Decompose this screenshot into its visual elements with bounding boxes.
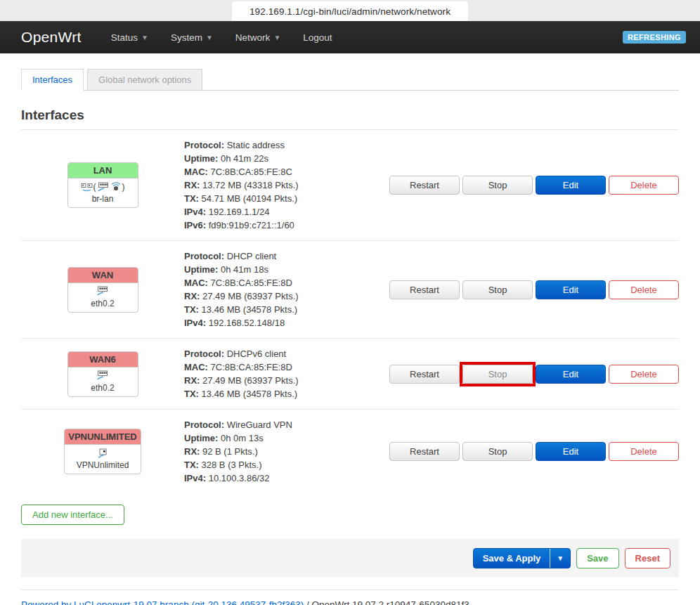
interface-detail-line: RX: 13.72 MB (43318 Pkts.) (184, 178, 389, 192)
delete-button[interactable]: Delete (609, 280, 679, 299)
interface-details: Protocol: DHCP clientUptime: 0h 41m 18sM… (184, 249, 389, 330)
interface-row: WAN eth0.2 Protocol: DHCP clientUptime: … (21, 241, 679, 339)
interface-device-label: eth0.2 (72, 383, 134, 393)
interface-detail-line: TX: 328 B (3 Pkts.) (184, 458, 389, 471)
interface-detail-line: Protocol: WireGuard VPN (184, 418, 389, 431)
interface-detail-line: IPv4: 192.168.52.148/18 (184, 316, 389, 330)
top-navbar: OpenWrt Status ▼ System ▼ Network ▼ Logo… (0, 21, 700, 53)
nav-item-status[interactable]: Status ▼ (111, 32, 148, 43)
stop-button[interactable]: Stop (462, 442, 533, 461)
switch-icon (96, 286, 109, 297)
interface-details: Protocol: DHCPv6 clientMAC: 7C:8B:CA:85:… (184, 347, 389, 401)
interface-detail-line: Protocol: DHCP client (184, 249, 389, 263)
interface-detail-line: TX: 54.71 MB (40194 Pkts.) (184, 192, 389, 205)
luci-branch-link[interactable]: Powered by LuCI openwrt-19.07 branch (gi… (21, 599, 304, 605)
interface-icons (72, 286, 134, 297)
interface-detail-line: Protocol: DHCPv6 client (184, 347, 389, 360)
interface-name-badge: WAN6 (68, 352, 138, 367)
delete-button[interactable]: Delete (609, 176, 679, 195)
reset-button[interactable]: Reset (625, 548, 670, 568)
footer: Powered by LuCI openwrt-19.07 branch (gi… (21, 590, 679, 605)
interface-status-box: WAN6 eth0.2 (67, 351, 138, 397)
wifi-icon (110, 182, 122, 192)
save-apply-button[interactable]: Save & Apply ▼ (473, 548, 571, 568)
interface-detail-line: TX: 13.46 MB (34578 Pkts.) (184, 387, 389, 401)
interface-detail-line: Uptime: 0h 41m 18s (184, 263, 389, 276)
chevron-down-icon: ▼ (206, 34, 213, 41)
chevron-down-icon: ▼ (141, 34, 148, 41)
interface-name-badge: WAN (68, 268, 138, 283)
restart-button[interactable]: Restart (389, 365, 460, 384)
interface-detail-line: MAC: 7C:8B:CA:85:FE:8D (184, 276, 389, 290)
page-title: Interfaces (21, 108, 679, 123)
tab-global-network-options[interactable]: Global network options (87, 69, 202, 91)
delete-button[interactable]: Delete (609, 365, 679, 384)
interface-detail-line: Protocol: Static address (184, 138, 389, 152)
interface-detail-line: Uptime: 0h 0m 13s (184, 431, 389, 445)
interface-detail-line: MAC: 7C:8B:CA:85:FE:8D (184, 360, 389, 374)
interface-detail-line: IPv6: fd9b:91b9:c721::1/60 (184, 219, 389, 232)
interface-detail-line: IPv4: 10.100.3.86/32 (184, 471, 389, 485)
interfaces-list: LAN () br-lan Protocol: Static addressUp… (21, 130, 679, 493)
interface-detail-line: RX: 92 B (1 Pkts.) (184, 445, 389, 458)
interface-row: WAN6 eth0.2 Protocol: DHCPv6 clientMAC: … (21, 339, 679, 410)
bridge-icon (81, 182, 93, 192)
stop-button[interactable]: Stop (462, 365, 533, 384)
interface-icons: () (72, 181, 134, 193)
edit-button[interactable]: Edit (536, 280, 606, 299)
interface-detail-line: TX: 13.46 MB (34578 Pkts.) (184, 303, 389, 316)
nav-item-logout[interactable]: Logout (303, 32, 332, 43)
interface-status-box: VPNUNLIMITED VPNUnlimited (64, 429, 141, 474)
nav-item-network[interactable]: Network ▼ (235, 32, 280, 43)
interface-device-label: eth0.2 (72, 299, 134, 308)
switch-icon (96, 370, 109, 381)
chevron-down-icon: ▼ (273, 34, 280, 41)
interface-status-box: LAN () br-lan (67, 162, 138, 208)
add-new-interface-button[interactable]: Add new interface... (21, 505, 124, 525)
save-button[interactable]: Save (576, 548, 618, 568)
interface-row: LAN () br-lan Protocol: Static addressUp… (21, 130, 679, 241)
paren-text: ) (122, 182, 125, 192)
interface-device-label: br-lan (72, 194, 134, 204)
delete-button[interactable]: Delete (609, 442, 679, 461)
edit-button[interactable]: Edit (536, 442, 606, 461)
restart-button[interactable]: Restart (389, 442, 460, 461)
stop-button[interactable]: Stop (462, 176, 533, 195)
interface-row: VPNUNLIMITED VPNUnlimited Protocol: Wire… (21, 410, 679, 493)
openwrt-version-text: / OpenWrt 19.07.2 r10947-65030d81f3 (304, 599, 469, 605)
interface-status-box: WAN eth0.2 (67, 267, 138, 313)
stop-button[interactable]: Stop (462, 280, 533, 299)
tab-bar: Interfaces Global network options (21, 69, 679, 91)
address-bar[interactable]: 192.169.1.1/cgi-bin/luci/admin/network/n… (232, 1, 468, 21)
action-panel: Save & Apply ▼ Save Reset (21, 539, 679, 578)
restart-button[interactable]: Restart (389, 176, 460, 195)
restart-button[interactable]: Restart (389, 280, 460, 299)
interface-detail-line: Uptime: 0h 41m 22s (184, 152, 389, 165)
interface-details: Protocol: Static addressUptime: 0h 41m 2… (184, 138, 389, 232)
openwrt-logo: OpenWrt (21, 29, 82, 46)
interface-name-badge: LAN (68, 163, 138, 178)
browser-url-strip: 192.169.1.1/cgi-bin/luci/admin/network/n… (0, 0, 700, 21)
edit-button[interactable]: Edit (536, 365, 606, 384)
nav-item-system[interactable]: System ▼ (171, 32, 213, 43)
tab-interfaces[interactable]: Interfaces (21, 69, 84, 91)
interface-name-badge: VPNUNLIMITED (65, 429, 141, 445)
interface-device-label: VPNUnlimited (68, 460, 137, 470)
interface-detail-line: RX: 27.49 MB (63937 Pkts.) (184, 374, 389, 387)
interface-detail-line: IPv4: 192.169.1.1/24 (184, 205, 389, 219)
nav-menu: Status ▼ System ▼ Network ▼ Logout (111, 32, 623, 43)
tunnel-icon (97, 448, 108, 459)
save-apply-dropdown-caret[interactable]: ▼ (550, 549, 570, 568)
interface-icons (72, 370, 134, 382)
interface-icons (68, 448, 137, 459)
edit-button[interactable]: Edit (536, 176, 606, 195)
interface-details: Protocol: WireGuard VPNUptime: 0h 0m 13s… (184, 418, 389, 485)
paren-text: ( (93, 182, 96, 192)
interface-detail-line: RX: 27.49 MB (63937 Pkts.) (184, 290, 389, 303)
refreshing-badge: REFRESHING (623, 31, 686, 44)
switch-icon (97, 182, 110, 193)
main-content: Interfaces Global network options Interf… (0, 69, 700, 605)
interface-detail-line: MAC: 7C:8B:CA:85:FE:8C (184, 165, 389, 178)
